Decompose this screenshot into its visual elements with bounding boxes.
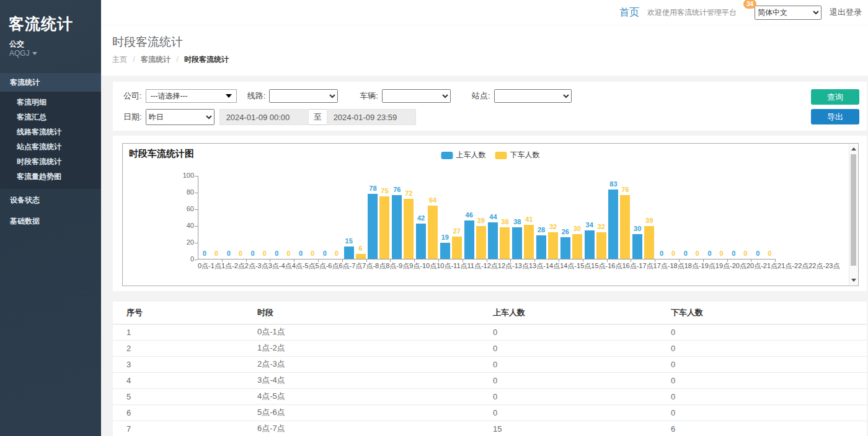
bar-value-label: 0 — [286, 250, 290, 257]
language-select[interactable]: 简体中文 — [755, 6, 822, 20]
bar-value-label: 0 — [215, 250, 218, 257]
table-row: 43点-4点00 — [113, 372, 867, 388]
bar-value-label: 0 — [660, 250, 663, 257]
table-cell: 2 — [113, 340, 257, 356]
bar-group: 00 — [270, 176, 294, 259]
company-label: 公司: — [123, 90, 142, 102]
table-cell: 0 — [493, 356, 671, 372]
bar-value-label: 0 — [203, 250, 206, 257]
station-select[interactable] — [494, 89, 572, 103]
bar: 44 — [488, 222, 498, 259]
sidebar-subitem[interactable]: 线路客流统计 — [0, 124, 101, 139]
logout-link[interactable]: 退出登录 — [830, 7, 862, 18]
x-axis-label: 16点-17点 — [622, 261, 653, 271]
bar-group: 00 — [198, 176, 223, 259]
query-button[interactable]: 查询 — [811, 89, 859, 105]
bar-group: 3841 — [511, 176, 535, 259]
bar-group: 3039 — [631, 176, 655, 259]
x-axis-label: 19点-20点 — [715, 261, 746, 271]
bar-group: 2832 — [535, 176, 559, 259]
line-select[interactable] — [269, 89, 338, 103]
bar-value-label: 0 — [743, 250, 747, 257]
org-selector[interactable]: AQGJ — [9, 49, 37, 58]
y-axis-tick — [195, 209, 198, 210]
sidebar-item[interactable]: 设备状态 — [0, 190, 101, 210]
x-axis-label: 10点-11点 — [436, 261, 467, 271]
bar-value-label: 38 — [513, 218, 521, 225]
sidebar-subitem[interactable]: 客流明细 — [0, 95, 101, 110]
bar: 28 — [536, 235, 546, 259]
bar-value-label: 19 — [441, 233, 449, 241]
line-label: 线路: — [247, 90, 266, 102]
y-axis-tick — [195, 259, 198, 260]
company-dropdown[interactable]: ---请选择--- — [146, 89, 237, 103]
breadcrumb-current: 时段客流统计 — [184, 55, 229, 64]
sidebar-item[interactable]: 基础数据 — [0, 211, 101, 231]
table-cell: 6 — [113, 404, 257, 421]
vehicle-select[interactable] — [382, 89, 451, 103]
bar: 27 — [452, 237, 462, 259]
bar-value-label: 0 — [720, 250, 724, 257]
table-row: 76点-7点156 — [113, 421, 867, 436]
table-cell: 7 — [113, 421, 257, 436]
legend-item-boarding[interactable]: 上车人数 — [441, 150, 486, 160]
bar-group: 4438 — [487, 176, 512, 259]
bar-value-label: 27 — [453, 227, 461, 235]
table-cell: 0 — [671, 404, 867, 421]
sidebar-subitem[interactable]: 时段客流统计 — [0, 154, 101, 169]
x-axis-label: 22点-23点 — [808, 261, 839, 271]
scroll-up-icon[interactable] — [851, 147, 856, 150]
sidebar-subitem[interactable]: 站点客流统计 — [0, 139, 101, 154]
data-table: 序号时段上车人数下车人数 10点-1点0021点-2点0032点-3点0043点… — [113, 302, 867, 436]
breadcrumb-home[interactable]: 主页 — [112, 55, 127, 64]
sidebar-subitem[interactable]: 客流量趋势图 — [0, 169, 101, 184]
x-axis-label: 6点-7点 — [339, 261, 362, 271]
bar-group: 00 — [247, 176, 271, 259]
date-end-input[interactable] — [327, 109, 416, 125]
table-cell: 0点-1点 — [257, 324, 493, 340]
scroll-down-icon[interactable] — [851, 279, 856, 282]
table-header-row: 序号时段上车人数下车人数 — [113, 302, 867, 324]
table-cell: 0 — [671, 388, 867, 404]
scrollbar-thumb[interactable] — [851, 154, 856, 266]
bar: 41 — [524, 225, 534, 259]
table-cell: 5 — [113, 388, 257, 404]
legend-item-alighting[interactable]: 下车人数 — [495, 150, 540, 160]
date-preset-select[interactable]: 昨日 — [146, 109, 215, 125]
bar: 30 — [632, 234, 642, 259]
y-axis-tick — [195, 243, 198, 243]
sidebar-subitem[interactable]: 客流汇总 — [0, 110, 101, 124]
date-start-input[interactable] — [219, 109, 309, 125]
table-cell: 0 — [493, 388, 671, 404]
bar-value-label: 78 — [369, 185, 376, 192]
chart-title: 时段车流统计图 — [129, 148, 194, 160]
filter-panel: 公司: ---请选择--- 线路: 车辆: 站点: 日期: 昨日 至 查询 导出 — [113, 82, 867, 131]
sidebar-item-passenger-stats[interactable]: 客流统计 — [0, 73, 101, 92]
bar-value-label: 32 — [598, 223, 605, 230]
bar-value-label: 72 — [405, 190, 412, 197]
bar-value-label: 0 — [275, 250, 278, 257]
bar-group: 00 — [728, 176, 752, 259]
bar-group: 4639 — [463, 176, 487, 259]
y-axis-label: 60 — [169, 205, 194, 212]
table-cell: 2点-3点 — [257, 356, 493, 372]
x-axis-label: 20点-21点 — [746, 261, 777, 271]
breadcrumb-section[interactable]: 客流统计 — [141, 55, 170, 64]
caret-down-icon — [32, 52, 37, 55]
x-axis-label: 17点-18点 — [653, 261, 684, 271]
legend-label: 下车人数 — [510, 150, 540, 160]
nav-home-link[interactable]: 首页 — [619, 6, 639, 19]
table-cell: 6 — [671, 421, 867, 436]
bar-value-label: 39 — [645, 217, 653, 224]
y-axis-tick — [195, 193, 198, 193]
export-button[interactable]: 导出 — [811, 109, 859, 124]
y-axis-label: 0 — [169, 255, 194, 263]
bar-value-label: 0 — [311, 250, 314, 257]
chart-scrollbar[interactable] — [849, 144, 857, 285]
notification-badge[interactable]: 34 — [743, 0, 756, 9]
bar: 34 — [585, 230, 595, 259]
dropdown-arrow-icon — [226, 94, 232, 98]
bar-value-label: 0 — [335, 250, 339, 257]
y-axis-label: 20 — [169, 238, 194, 246]
bar: 76 — [392, 195, 402, 259]
